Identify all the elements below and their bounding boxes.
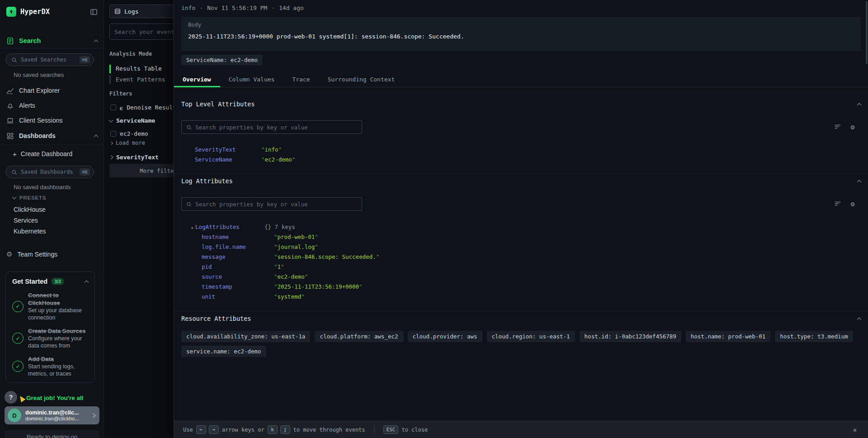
divider (374, 426, 375, 433)
attribute-key[interactable]: LogAttributes (195, 224, 264, 230)
saved-searches-input[interactable]: Saved Searches ⌘K (5, 53, 94, 66)
check-circle-icon (12, 361, 24, 372)
group-label: SeverityText (116, 154, 159, 161)
deploy-banner[interactable]: Ready to deploy on (5, 430, 99, 438)
mode-results-table[interactable]: Results Table (116, 65, 162, 72)
attribute-value[interactable]: 2025-11-11T23:56:19+0000 (274, 283, 363, 290)
caret-down-icon[interactable] (191, 223, 195, 231)
preset-services[interactable]: Services (14, 217, 38, 224)
top-attrs-actions (833, 122, 857, 131)
attribute-key[interactable]: ServiceName (195, 156, 261, 163)
attribute-key[interactable]: message (202, 253, 274, 260)
resource-chip[interactable]: host.type: t3.medium (775, 331, 853, 342)
get-started-item: Add Data Start sending logs, metrics, or… (12, 355, 88, 377)
esc-key: ESC (383, 425, 399, 434)
search-icon (186, 124, 192, 130)
attribute-key[interactable]: pid (202, 263, 274, 270)
resource-chip[interactable]: cloud.platform: aws_ec2 (315, 331, 403, 342)
attribute-value[interactable]: session-846.scope: Succeeded. (274, 253, 379, 260)
load-more-button[interactable]: Load more (110, 140, 145, 146)
resource-chip[interactable]: cloud.region: us-east-1 (487, 331, 575, 342)
checkbox[interactable] (110, 105, 116, 110)
attribute-value[interactable]: journal.log (274, 243, 318, 250)
attribute-value[interactable]: systemd (274, 293, 305, 300)
preset-kubernetes[interactable]: Kubernetes (14, 228, 46, 235)
collapse-section-icon[interactable] (857, 317, 862, 322)
filter-option-ec2-demo[interactable]: ec2-demo (110, 130, 148, 137)
sidebar-collapse-icon[interactable] (90, 8, 98, 16)
denoise-checkbox-row[interactable]: Denoise Results (110, 103, 180, 112)
get-started-title: Get Started (12, 278, 47, 285)
brand-row: HyperDX (0, 6, 104, 17)
attribute-key[interactable]: hostname (202, 233, 274, 240)
log-attrs-search-input[interactable] (195, 201, 357, 208)
top-attrs-search-box[interactable] (181, 120, 362, 134)
get-started-item: Create Data Sources Configure where your… (12, 327, 88, 349)
attribute-value[interactable]: info (261, 146, 282, 153)
line-wrap-icon[interactable] (833, 199, 842, 208)
filter-group-severitytext[interactable]: SeverityText (109, 154, 159, 161)
log-attrs-search-box[interactable] (181, 197, 362, 211)
checkbox[interactable] (110, 131, 116, 137)
attribute-key[interactable]: unit (202, 293, 274, 300)
team-settings-label: Team Settings (17, 251, 57, 258)
attribute-row: timestamp 2025-11-11T23:56:19+0000 (202, 282, 363, 290)
attribute-key[interactable]: SeverityText (195, 146, 261, 153)
load-more-label: Load more (116, 140, 145, 146)
log-attrs-actions (833, 199, 857, 208)
sidebar-item-client-sessions[interactable]: Client Sessions (0, 116, 104, 125)
log-attributes-root[interactable]: LogAttributes {} 7 keys (191, 223, 295, 231)
get-started-header[interactable]: Get Started 3/3 (12, 278, 88, 285)
sidebar-item-search[interactable]: Search (0, 35, 104, 46)
severity-level: info (181, 5, 195, 11)
line-wrap-icon[interactable] (833, 122, 842, 131)
filter-group-servicename[interactable]: ServiceName (109, 117, 155, 124)
top-attrs-search-input[interactable] (195, 124, 357, 131)
attribute-row: message session-846.scope: Succeeded. (202, 252, 379, 261)
attribute-value[interactable]: ec2-demo (274, 273, 308, 280)
attribute-key[interactable]: log.file.name (202, 243, 274, 250)
resource-chip[interactable]: host.name: prod-web-01 (686, 331, 771, 342)
chevron-up-icon[interactable] (94, 39, 99, 44)
arrow-right-key: → (209, 425, 219, 434)
collapse-section-icon[interactable] (857, 103, 862, 107)
chevron-right-icon (91, 413, 96, 418)
tab-overview[interactable]: Overview (174, 72, 220, 87)
gear-icon[interactable] (848, 199, 857, 208)
task-title: Connect to ClickHouse (28, 291, 88, 307)
service-name-chip[interactable]: ServiceName: ec2-demo (181, 55, 263, 65)
tab-column-values[interactable]: Column Values (220, 72, 284, 87)
user-menu[interactable]: D dominic.tran@clic... dominic.tran@clic… (5, 406, 99, 424)
preset-clickhouse[interactable]: ClickHouse (14, 206, 46, 213)
k-key: k (268, 425, 278, 434)
resource-chip[interactable]: cloud.availability_zone: us-east-1a (181, 331, 310, 342)
mode-event-patterns[interactable]: Event Patterns (116, 76, 165, 83)
help-button[interactable]: ? (5, 391, 17, 404)
sidebar-item-alerts[interactable]: Alerts (0, 101, 104, 110)
sidebar-item-chart-explorer[interactable]: Chart Explorer (0, 86, 104, 95)
sidebar-item-team-settings[interactable]: Team Settings (0, 250, 104, 259)
attribute-value[interactable]: 1 (274, 263, 284, 270)
collapse-section-icon[interactable] (857, 180, 862, 184)
resource-chip[interactable]: service.name: ec2-demo (181, 346, 266, 357)
scrollbar-thumb[interactable] (866, 1, 868, 64)
tab-surrounding-context[interactable]: Surrounding Context (319, 72, 404, 87)
attribute-key[interactable]: timestamp (202, 283, 274, 290)
presets-toggle[interactable]: PRESETS (13, 195, 46, 200)
close-icon[interactable] (850, 425, 860, 435)
attribute-value[interactable]: ec2-demo (261, 156, 295, 163)
saved-dashboards-input[interactable]: Saved Dashboards ⌘K (5, 166, 94, 178)
attribute-key[interactable]: source (202, 273, 274, 280)
chevron-up-icon[interactable] (94, 134, 99, 139)
gear-icon[interactable] (848, 122, 857, 131)
chevron-up-icon[interactable] (85, 280, 89, 285)
tab-trace[interactable]: Trace (283, 72, 319, 87)
event-header: info · Nov 11 5:56:19 PM · 14d ago (181, 5, 304, 11)
sidebar-item-dashboards[interactable]: Dashboards (0, 131, 104, 140)
search-section-label: Search (19, 37, 41, 44)
attribute-value[interactable]: prod-web-01 (274, 233, 318, 240)
resource-chip[interactable]: host.id: i-0abc123def456789 (580, 331, 681, 342)
create-dashboard-button[interactable]: + Create Dashboard (0, 149, 104, 158)
resource-chip[interactable]: cloud.provider: aws (408, 331, 482, 342)
user-name: dominic.tran@clic... (25, 409, 92, 416)
